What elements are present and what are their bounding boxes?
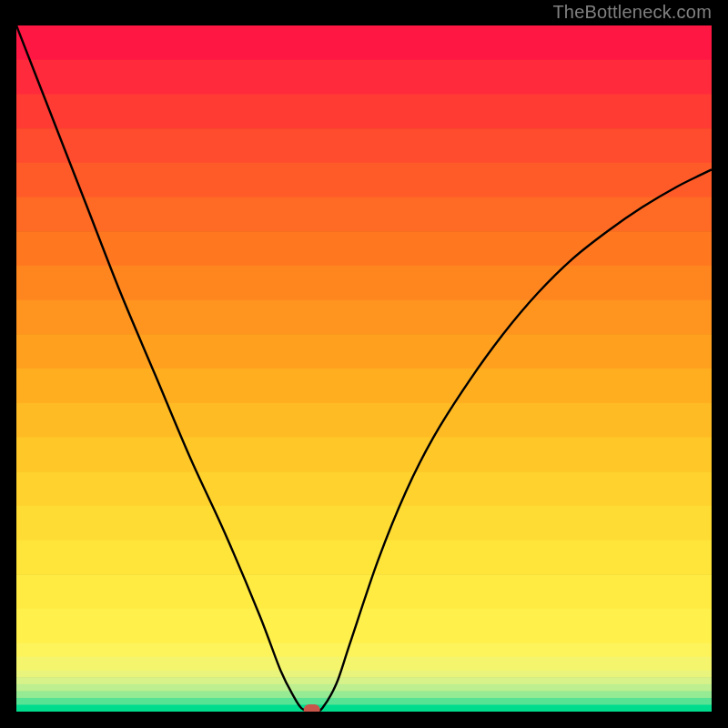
gradient-band [16,657,712,672]
bottleneck-chart [16,25,712,712]
chart-frame: TheBottleneck.com [0,0,728,728]
gradient-band [16,541,712,575]
gradient-band [16,471,712,506]
gradient-band [16,231,712,266]
gradient-band [16,128,712,163]
gradient-band [16,94,712,128]
gradient-band [16,300,712,335]
gradient-band [16,60,712,95]
plot-area [16,25,712,712]
gradient-band [16,609,712,643]
gradient-band [16,643,712,658]
gradient-band [16,671,712,678]
gradient-band [16,437,712,471]
gradient-band [16,691,712,698]
gradient-band [16,506,712,541]
gradient-band [16,334,712,369]
gradient-band [16,677,712,684]
gradient-band [16,684,712,692]
gradient-band [16,704,712,712]
gradient-band [16,698,712,705]
gradient-band [16,369,712,403]
minimum-marker [304,704,320,712]
gradient-band [16,25,712,60]
gradient-band [16,163,712,197]
gradient-band [16,197,712,232]
watermark-text: TheBottleneck.com [552,2,712,23]
gradient-band [16,403,712,438]
gradient-background [16,25,712,712]
